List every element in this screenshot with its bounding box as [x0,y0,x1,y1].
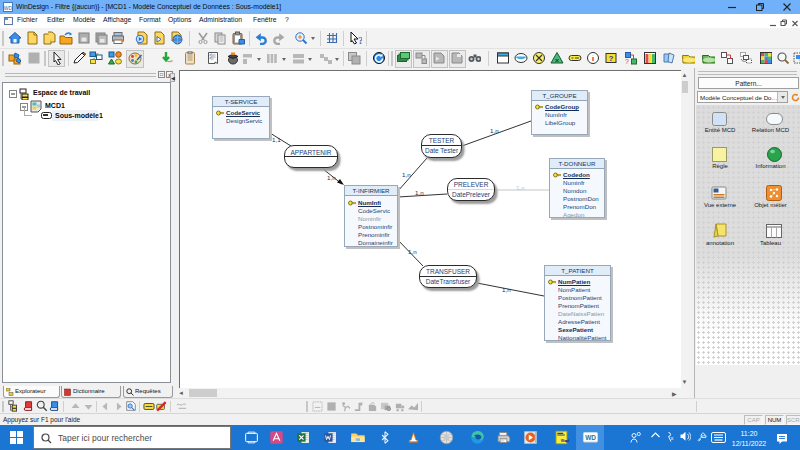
svg-text:?: ? [625,58,629,65]
svg-text:Word: Word [561,439,569,443]
svg-text:WD: WD [585,434,596,441]
svg-text:x: x [671,435,674,441]
svg-text:?: ? [358,34,362,45]
svg-text:WD: WD [4,5,13,11]
svg-text:?: ? [609,54,614,63]
